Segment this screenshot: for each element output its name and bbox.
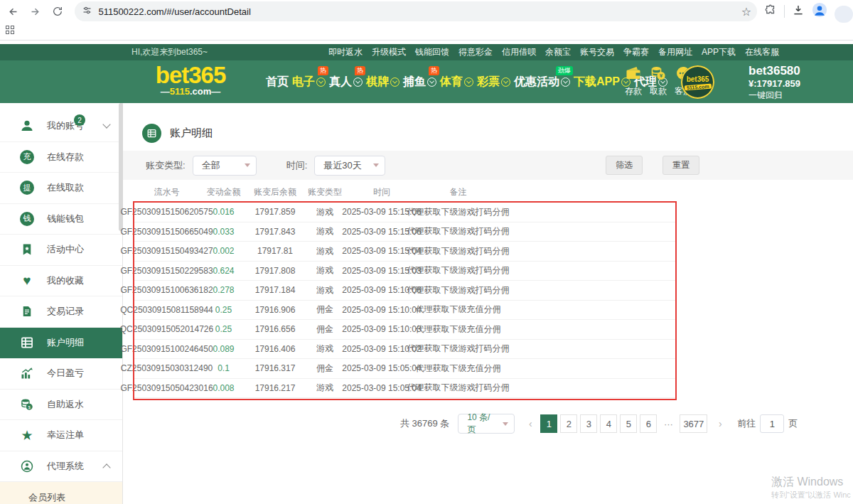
logo-text: bet365: [141, 65, 240, 86]
page-button-6[interactable]: 6: [640, 414, 657, 433]
account-username: bet36580: [749, 64, 800, 77]
topbar-link[interactable]: 在线客服: [745, 46, 779, 58]
filter-type-select[interactable]: 全部: [193, 156, 257, 176]
page-button-1[interactable]: 1: [540, 414, 557, 433]
account-info: bet36580 ¥:17917.859 一键回归: [749, 64, 800, 101]
sidebar-item-钱能钱包[interactable]: 钱钱能钱包: [0, 204, 122, 235]
topbar-link[interactable]: 钱能回馈: [415, 46, 449, 58]
quick-action-存款[interactable]: 存款: [624, 65, 643, 97]
page-title: 账户明细: [170, 127, 213, 140]
remark: 代理获取下级游戏打码分佣: [417, 242, 499, 261]
table-row: GF250309151504934270.00217917.81游戏2025-0…: [133, 242, 677, 262]
sidebar-item-label: 在线取款: [47, 181, 84, 194]
page-button-3[interactable]: 3: [580, 414, 597, 433]
site-logo[interactable]: bet365 —5115.com—: [141, 65, 240, 97]
bookmarks-apps-grid-icon[interactable]: [6, 26, 15, 35]
nav-item[interactable]: 首页: [266, 75, 289, 90]
browser-reload-icon[interactable]: [48, 2, 66, 21]
sidebar-item-label: 在线存款: [47, 151, 84, 163]
prev-page-icon[interactable]: ‹: [522, 414, 539, 433]
change-amount: 0.1: [200, 359, 247, 378]
hot-badge: 热: [429, 66, 439, 75]
site-settings-icon[interactable]: [82, 5, 92, 18]
topbar-link[interactable]: 即时返水: [328, 46, 363, 58]
address-bar[interactable]: 511500222.com/#/user/accountDetail ☆: [75, 1, 757, 21]
page-button-2[interactable]: 2: [560, 414, 577, 433]
extensions-icon[interactable]: [764, 4, 777, 19]
topbar-link[interactable]: 账号交易: [580, 46, 614, 58]
filter-type-label: 账变类型:: [146, 159, 186, 172]
balance-after: 17917.843: [247, 222, 304, 242]
url-text[interactable]: 511500222.com/#/user/accountDetail: [98, 6, 741, 17]
sidebar-item-今日盈亏[interactable]: 今日盈亏: [0, 358, 122, 390]
nav-item[interactable]: 下载APP: [574, 75, 631, 90]
sidebar-item-会员列表[interactable]: 会员列表: [0, 482, 122, 504]
sidebar-item-活动中心[interactable]: 活动中心: [0, 235, 122, 266]
change-type: 游戏: [304, 222, 346, 242]
nav-item[interactable]: 真人热: [329, 75, 363, 90]
sidebar-item-label: 会员列表: [28, 491, 65, 504]
sidebar-item-在线存款[interactable]: 充在线存款: [0, 142, 122, 173]
topbar-link[interactable]: 升级模式: [372, 46, 406, 58]
page-button-4[interactable]: 4: [600, 414, 617, 433]
nav-item[interactable]: 体育: [440, 75, 473, 90]
one-key-back-link[interactable]: 一键回归: [749, 90, 800, 101]
downloads-icon[interactable]: [792, 4, 805, 19]
change-type: 游戏: [304, 379, 346, 398]
nav-item[interactable]: 电子热: [292, 75, 326, 90]
deposit-circle-icon: 充: [19, 150, 35, 164]
goto-unit: 页: [788, 417, 798, 430]
sidebar-item-账户明细[interactable]: 账户明细: [0, 328, 122, 359]
sidebar-item-在线取款[interactable]: 提在线取款: [0, 173, 122, 204]
nav-item[interactable]: 彩票: [477, 75, 510, 90]
topbar-link[interactable]: 信用借呗: [502, 46, 536, 58]
sidebar-item-幸运注单[interactable]: ★幸运注单: [0, 420, 122, 451]
reset-button[interactable]: 重置: [662, 156, 699, 175]
sidebar-item-自助返水[interactable]: $自助返水: [0, 390, 122, 421]
remark: 代理获取下级游戏打码分佣: [417, 340, 499, 359]
topbar-link[interactable]: 余额宝: [545, 46, 571, 58]
pagination: 共 36769 条 10 条/页 ‹ 123456···3677 › 前往 1 …: [400, 414, 798, 434]
bookmark-star-icon[interactable]: ☆: [741, 5, 751, 18]
quick-action-取款[interactable]: ¥取款: [649, 65, 667, 97]
remark: 代理获取下级游戏打码分佣: [417, 203, 499, 222]
profile-avatar[interactable]: [812, 2, 827, 21]
column-header: 账变类型: [304, 181, 346, 203]
browser-back-icon[interactable]: [4, 2, 22, 21]
column-header: 流水号: [133, 181, 200, 203]
filter-time-select[interactable]: 最近30天: [314, 156, 385, 176]
change-amount: 0.25: [200, 301, 247, 320]
page-size-select[interactable]: 10 条/页: [458, 414, 515, 434]
sidebar-item-交易记录[interactable]: 交易记录: [0, 296, 122, 328]
nav-item[interactable]: 捕鱼热: [403, 75, 436, 90]
page-button-3677[interactable]: 3677: [680, 414, 707, 433]
sidebar-item-label: 幸运注单: [47, 429, 84, 441]
heart-icon: ♥: [19, 274, 35, 287]
topbar-link[interactable]: 备用网址: [658, 46, 692, 58]
rebate-coins-icon: $: [19, 397, 35, 412]
balance-after: 17917.184: [247, 281, 304, 300]
topbar-link[interactable]: APP下载: [702, 46, 736, 58]
filter-button[interactable]: 筛选: [606, 156, 643, 175]
browser-menu-partial[interactable]: [835, 6, 853, 23]
balance-after: 17917.81: [247, 242, 304, 261]
column-header: 时间: [346, 181, 417, 203]
next-page-icon[interactable]: ›: [712, 414, 729, 433]
sidebar-item-我的账号[interactable]: 我的账号2: [0, 111, 122, 142]
nav-item[interactable]: 优惠活动劲爆: [514, 75, 570, 90]
hot-badge: 热: [355, 66, 365, 75]
account-detail-icon: [19, 336, 35, 350]
page-button-5[interactable]: 5: [620, 414, 637, 433]
column-header: 账变后余额: [247, 181, 304, 203]
serial-number: GF25030915150229583: [133, 262, 200, 281]
topbar-link[interactable]: 得意彩金: [458, 46, 493, 58]
sidebar-item-我的收藏[interactable]: ♥我的收藏: [0, 266, 122, 297]
chevron-up-icon: [102, 463, 110, 471]
browser-forward-icon[interactable]: [26, 2, 44, 21]
nav-item[interactable]: 棋牌: [366, 75, 399, 90]
site-header: bet365 —5115.com— 首页电子热真人热棋牌捕鱼热体育彩票优惠活动劲…: [0, 60, 853, 103]
column-header: 变动金额: [200, 181, 247, 203]
topbar-link[interactable]: 争霸赛: [623, 46, 649, 58]
sidebar-item-代理系统[interactable]: 代理系统: [0, 451, 122, 483]
goto-page-input[interactable]: 1: [760, 414, 784, 433]
